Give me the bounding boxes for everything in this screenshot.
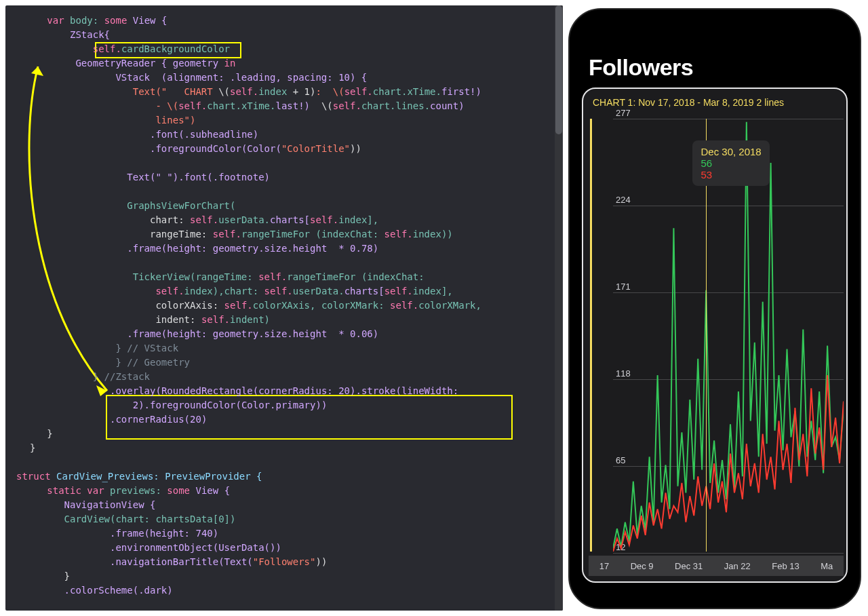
chart-area[interactable]: 2772241711186512Dec 30, 2018 56 53 xyxy=(590,119,844,552)
x-axis: 17Dec 9Dec 31Jan 22Feb 13Ma xyxy=(589,556,844,576)
scrollbar[interactable] xyxy=(555,5,563,611)
scroll-thumb[interactable] xyxy=(555,5,562,134)
code-editor[interactable]: var body: some View { ZStack{ self.cardB… xyxy=(5,5,563,611)
chart-card[interactable]: CHART 1: Nov 17, 2018 - Mar 8, 2019 2 li… xyxy=(582,88,848,583)
phone-screen: Followers CHART 1: Nov 17, 2018 - Mar 8,… xyxy=(576,16,853,601)
chart-tooltip: Dec 30, 2018 56 53 xyxy=(692,140,769,186)
phone-preview: Followers CHART 1: Nov 17, 2018 - Mar 8,… xyxy=(568,8,861,609)
